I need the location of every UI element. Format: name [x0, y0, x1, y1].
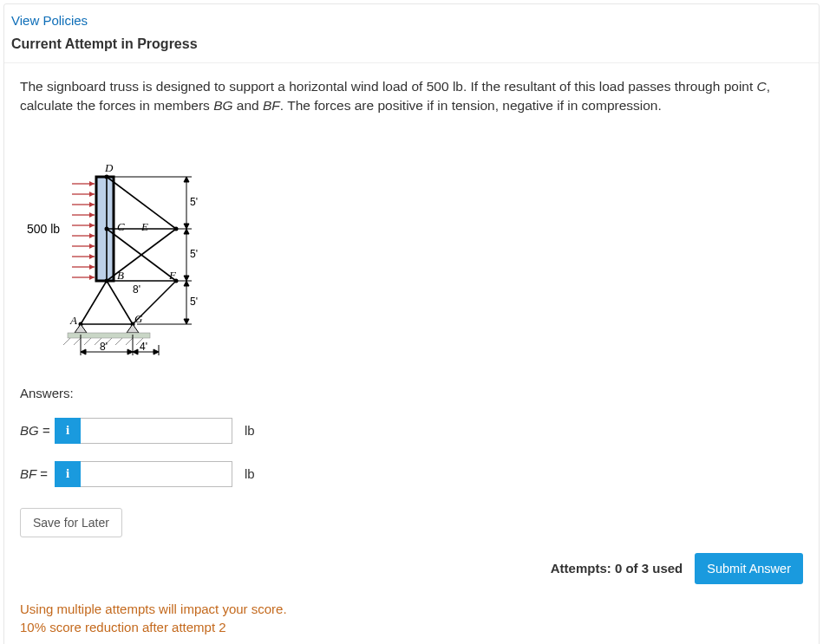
svg-text:8': 8' [133, 283, 140, 296]
svg-text:F: F [168, 269, 177, 282]
svg-line-8 [107, 281, 133, 324]
svg-marker-19 [127, 324, 139, 333]
answer-input-bg[interactable] [81, 418, 232, 444]
unit-bf: lb [245, 466, 255, 481]
svg-marker-34 [89, 202, 95, 207]
svg-line-22 [74, 338, 81, 345]
truss-figure: 500 lb D C E B F A G [20, 133, 803, 361]
svg-marker-74 [81, 349, 86, 355]
svg-point-12 [105, 226, 109, 231]
var-label-bg: BG = [20, 423, 55, 438]
point-c-ref: C [757, 79, 767, 94]
svg-marker-57 [184, 177, 189, 182]
svg-text:A: A [69, 314, 77, 327]
svg-text:B: B [117, 269, 124, 282]
prompt-text-1: The signboard truss is designed to suppo… [20, 79, 757, 94]
attempt-status-header: Current Attempt in Progress [4, 33, 819, 63]
info-button-bg[interactable]: i [55, 418, 81, 444]
svg-text:D: D [104, 161, 114, 174]
info-button-bf[interactable]: i [55, 461, 81, 487]
score-note-2: 10% score reduction after attempt 2 [20, 618, 803, 636]
svg-text:E: E [140, 220, 148, 233]
svg-marker-48 [89, 275, 95, 280]
svg-text:5': 5' [190, 248, 198, 260]
truss-svg: 500 lb D C E B F A G [20, 133, 202, 359]
view-policies-link[interactable]: View Policies [4, 4, 819, 33]
answers-heading: Answers: [20, 386, 803, 400]
submit-answer-button[interactable]: Submit Answer [695, 553, 803, 584]
svg-text:5': 5' [190, 296, 198, 308]
svg-marker-42 [89, 244, 95, 249]
svg-marker-44 [89, 254, 95, 259]
attempts-counter: Attempts: 0 of 3 used [551, 561, 683, 576]
svg-marker-38 [89, 223, 95, 228]
svg-text:8': 8' [100, 341, 108, 353]
var-label-bf: BF = [20, 466, 55, 481]
answer-row-bf: BF = i lb [20, 461, 803, 487]
svg-marker-36 [89, 212, 95, 218]
save-for-later-button[interactable]: Save for Later [20, 508, 122, 537]
svg-text:4': 4' [140, 341, 147, 353]
prompt-text-4: . The forces are positive if in tension,… [280, 98, 662, 113]
load-label: 500 lb [27, 222, 60, 236]
answer-row-bg: BG = i lb [20, 418, 803, 444]
svg-point-11 [105, 174, 109, 179]
svg-point-13 [105, 278, 109, 283]
member-bf-ref: BF [263, 98, 280, 113]
svg-text:C: C [117, 220, 125, 233]
svg-line-23 [84, 338, 91, 345]
svg-line-21 [63, 338, 70, 345]
svg-text:G: G [134, 312, 143, 325]
question-card: View Policies Current Attempt in Progres… [3, 3, 820, 644]
question-prompt: The signboard truss is designed to suppo… [20, 77, 803, 116]
svg-marker-63 [184, 281, 189, 286]
svg-text:5': 5' [190, 196, 198, 208]
svg-rect-20 [68, 333, 150, 338]
svg-marker-30 [89, 181, 95, 186]
answer-input-bf[interactable] [81, 461, 232, 487]
svg-marker-64 [184, 319, 189, 324]
svg-line-27 [126, 338, 133, 345]
svg-marker-32 [89, 192, 95, 197]
prompt-text-3: and [233, 98, 263, 113]
score-impact-notes: Using multiple attempts will impact your… [4, 584, 819, 636]
question-body: The signboard truss is designed to suppo… [4, 63, 819, 537]
score-note-1: Using multiple attempts will impact your… [20, 600, 803, 618]
svg-marker-46 [89, 264, 95, 270]
svg-marker-78 [153, 349, 159, 355]
svg-marker-40 [89, 233, 95, 238]
svg-marker-60 [184, 229, 189, 234]
footer-actions: Attempts: 0 of 3 used Submit Answer [4, 537, 819, 584]
svg-marker-77 [133, 349, 138, 355]
member-bg-ref: BG [213, 98, 232, 113]
unit-bg: lb [245, 423, 255, 438]
wind-load-arrows [72, 181, 95, 280]
svg-line-26 [115, 338, 122, 345]
svg-line-7 [81, 281, 107, 324]
